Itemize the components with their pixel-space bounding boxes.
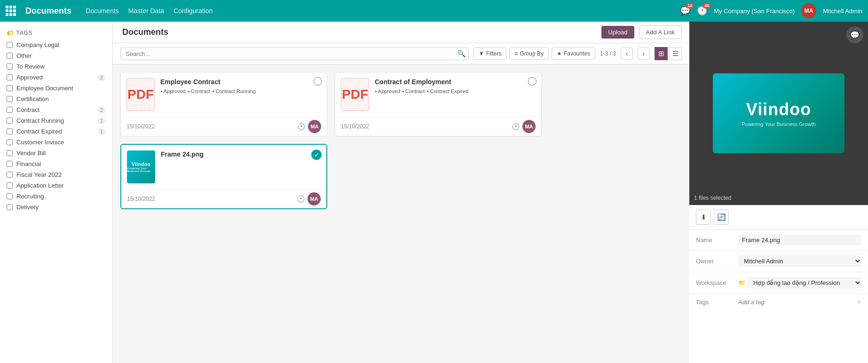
- nav-master-data[interactable]: Master Data: [128, 7, 164, 15]
- tag-icon: 🏷: [7, 29, 14, 37]
- sidebar-checkbox-5[interactable]: [7, 96, 13, 102]
- sidebar-item-contract-running[interactable]: Contract Running 1: [0, 115, 112, 126]
- right-panel: Viindoo Powering Your Business Growth 1 …: [689, 22, 868, 363]
- sidebar-checkbox-8[interactable]: [7, 128, 13, 134]
- detail-name-row: Name: [689, 230, 868, 251]
- card-clock-icon: 🕐: [297, 123, 305, 130]
- sidebar-item-recruiting[interactable]: Recruiting: [0, 191, 112, 202]
- card-select-radio[interactable]: [314, 77, 322, 86]
- search-bar: 🔍 ▼ Filters ≡ Group By ★ Favourites 1-3 …: [113, 43, 689, 64]
- sidebar-label-0: Company Legal: [16, 41, 106, 48]
- prev-page-button[interactable]: ‹: [621, 47, 633, 60]
- sidebar-item-approved[interactable]: Approved 2: [0, 72, 112, 83]
- doc-card-0[interactable]: PDF Employee Contract ApprovedContractCo…: [120, 72, 327, 136]
- owner-select[interactable]: Mitchell Admin: [738, 255, 861, 267]
- app-title: Documents: [25, 6, 71, 16]
- card-date: 15/10/2022: [341, 123, 369, 130]
- card-user-avatar: MA: [308, 192, 321, 205]
- card-inner: PDF Employee Contract ApprovedContractCo…: [121, 72, 327, 117]
- card-date: 15/10/2022: [126, 123, 155, 130]
- tag-dropdown-arrow[interactable]: ▼: [856, 300, 861, 305]
- search-input[interactable]: [120, 47, 469, 60]
- sidebar-item-financial[interactable]: Financial: [0, 158, 112, 169]
- next-page-button[interactable]: ›: [638, 47, 650, 60]
- sidebar-checkbox-3[interactable]: [7, 74, 13, 80]
- detail-actions: ⬇ 🔄: [689, 205, 868, 230]
- list-view-button[interactable]: ☰: [669, 47, 682, 60]
- groupby-icon: ≡: [514, 50, 518, 57]
- sidebar-checkbox-9[interactable]: [7, 139, 13, 145]
- folder-icon: 📁: [738, 279, 746, 286]
- card-select-radio[interactable]: [528, 77, 537, 86]
- sidebar-checkbox-11[interactable]: [7, 161, 13, 167]
- detail-owner-row: Owner Mitchell Admin: [689, 251, 868, 272]
- sidebar-checkbox-10[interactable]: [7, 150, 13, 156]
- sidebar-label-7: Contract Running: [16, 117, 94, 124]
- card-title: Employee Contract: [160, 78, 321, 86]
- doc-tag: Contract: [402, 88, 425, 94]
- avatar[interactable]: MA: [801, 3, 816, 18]
- workspace-select[interactable]: Hợp đồng lao động / Profession: [748, 277, 861, 289]
- sidebar-checkbox-0[interactable]: [7, 42, 13, 48]
- doc-tag: Contract Running: [212, 88, 255, 94]
- sidebar-checkbox-12[interactable]: [7, 172, 13, 178]
- nav-documents[interactable]: Documents: [86, 7, 119, 15]
- nav-configuration[interactable]: Configuration: [174, 7, 213, 15]
- cards-area: PDF Employee Contract ApprovedContractCo…: [113, 64, 689, 363]
- filters-button[interactable]: ▼ Filters: [473, 47, 507, 60]
- doc-card-1[interactable]: PDF Contract of Employment ApprovedContr…: [335, 72, 542, 136]
- doc-tags: ApprovedContractContract Expired: [375, 88, 536, 94]
- clock-notification[interactable]: 🕐 40: [697, 6, 707, 16]
- sidebar-item-other[interactable]: Other: [0, 50, 112, 61]
- preview-logo-sub: Powering Your Business Growth: [742, 121, 815, 127]
- download-button[interactable]: ⬇: [696, 210, 711, 225]
- chat-bubble-button[interactable]: 💬: [846, 26, 863, 43]
- card-footer: 15/10/2022 🕐 MA: [121, 117, 327, 136]
- sidebar-item-application-letter[interactable]: Application Letter: [0, 180, 112, 191]
- sidebar-item-contract-expired[interactable]: Contract Expired 1: [0, 126, 112, 137]
- upload-button[interactable]: Upload: [601, 26, 634, 39]
- add-tag-input[interactable]: [738, 299, 852, 306]
- name-input[interactable]: [738, 235, 861, 245]
- card-selected-check: ✓: [311, 150, 322, 160]
- sidebar-item-vendor-bill[interactable]: Vendor Bill: [0, 148, 112, 158]
- sidebar-item-delivery[interactable]: Delivery: [0, 202, 112, 213]
- search-button[interactable]: 🔍: [457, 49, 466, 58]
- owner-label: Owner: [696, 258, 734, 265]
- preview-area: Viindoo Powering Your Business Growth 1 …: [689, 22, 868, 205]
- card-clock-icon: 🕐: [297, 195, 305, 203]
- sidebar-checkbox-7[interactable]: [7, 118, 13, 124]
- top-nav: Documents Documents Master Data Configur…: [0, 0, 868, 22]
- sidebar-checkbox-1[interactable]: [7, 53, 13, 59]
- sidebar-item-to-review[interactable]: To Review: [0, 61, 112, 72]
- company-name[interactable]: My Company (San Francisco): [714, 8, 795, 15]
- app-grid-icon[interactable]: [6, 6, 16, 16]
- sidebar-count-6: 2: [97, 107, 106, 113]
- grid-view-button[interactable]: ⊞: [655, 47, 668, 60]
- sidebar-checkbox-4[interactable]: [7, 85, 13, 91]
- sidebar-label-12: Fiscal Year 2022: [16, 171, 106, 178]
- sidebar-item-contract[interactable]: Contract 2: [0, 104, 112, 115]
- sidebar-item-employee-document[interactable]: Employee Document: [0, 83, 112, 94]
- add-link-button[interactable]: Add A Link: [639, 25, 682, 39]
- user-name[interactable]: Mitchell Admin: [823, 8, 862, 15]
- sidebar-checkbox-6[interactable]: [7, 107, 13, 113]
- pdf-thumb: PDF: [341, 78, 369, 111]
- sidebar-checkbox-13[interactable]: [7, 182, 13, 189]
- files-selected-badge: 1 files selected: [694, 195, 731, 201]
- chat-notification[interactable]: 💬 14: [680, 6, 690, 16]
- doc-tag: Contract Expired: [426, 88, 468, 94]
- sidebar-checkbox-2[interactable]: [7, 63, 13, 70]
- sidebar-item-company-legal[interactable]: Company Legal: [0, 39, 112, 50]
- sidebar-item-customer-invoice[interactable]: Customer Invoice: [0, 137, 112, 148]
- sidebar-checkbox-15[interactable]: [7, 204, 13, 210]
- doc-card-2[interactable]: ✓ Viindoo Powering Your Business Growth …: [120, 144, 327, 209]
- sidebar: 🏷 TAGS Company Legal Other To Review App…: [0, 22, 113, 363]
- clock-badge: 40: [702, 3, 711, 8]
- share-button[interactable]: 🔄: [714, 210, 729, 225]
- sidebar-item-certification[interactable]: Certification: [0, 94, 112, 104]
- favourites-button[interactable]: ★ Favourites: [552, 47, 595, 60]
- sidebar-item-fiscal-year-2022[interactable]: Fiscal Year 2022: [0, 169, 112, 180]
- group-by-button[interactable]: ≡ Group By: [509, 47, 549, 60]
- sidebar-checkbox-14[interactable]: [7, 193, 13, 199]
